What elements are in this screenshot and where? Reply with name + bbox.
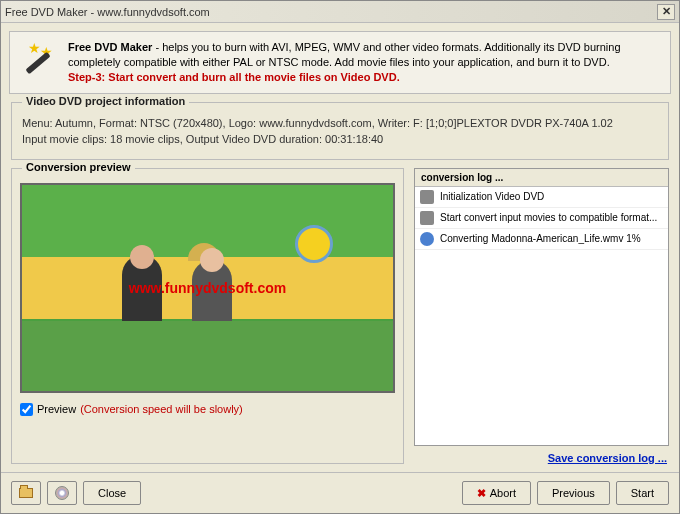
header-panel: ★ ★ Free DVD Maker - helps you to burn w…: [9, 31, 671, 94]
log-item: Start convert input movies to compatible…: [415, 208, 668, 229]
log-info-icon: [420, 211, 434, 225]
log-header: conversion log ...: [415, 169, 668, 187]
titlebar: Free DVD Maker - www.funnydvdsoft.com ✕: [1, 1, 679, 23]
log-progress-icon: [420, 232, 434, 246]
log-text: Converting Madonna-American_Life.wmv 1%: [440, 233, 641, 244]
project-info-legend: Video DVD project information: [22, 95, 189, 107]
preview-checkbox-row: Preview (Conversion speed will be slowly…: [20, 403, 395, 416]
previous-button[interactable]: Previous: [537, 481, 610, 505]
preview-legend: Conversion preview: [22, 161, 135, 173]
app-name: Free DVD Maker: [68, 41, 152, 53]
save-log-link[interactable]: Save conversion log ...: [548, 452, 667, 464]
log-info-icon: [420, 190, 434, 204]
conversion-log: conversion log ... Initialization Video …: [414, 168, 669, 446]
project-info-group: Video DVD project information Menu: Autu…: [11, 102, 669, 160]
abort-label: Abort: [490, 487, 516, 499]
app-window: Free DVD Maker - www.funnydvdsoft.com ✕ …: [0, 0, 680, 514]
window-title: Free DVD Maker - www.funnydvdsoft.com: [5, 6, 657, 18]
preview-column: Conversion preview www.funnydvdsoft.com …: [11, 168, 404, 464]
log-text: Initialization Video DVD: [440, 191, 544, 202]
video-preview: www.funnydvdsoft.com: [20, 183, 395, 393]
log-column: conversion log ... Initialization Video …: [414, 168, 669, 464]
start-button[interactable]: Start: [616, 481, 669, 505]
save-log-row: Save conversion log ...: [414, 446, 669, 464]
preview-checkbox-note: (Conversion speed will be slowly): [80, 403, 243, 415]
dvd-icon: [55, 486, 69, 500]
window-close-button[interactable]: ✕: [657, 4, 675, 20]
wizard-wand-icon: ★ ★: [18, 40, 58, 80]
open-folder-button[interactable]: [11, 481, 41, 505]
log-item: Converting Madonna-American_Life.wmv 1%: [415, 229, 668, 250]
project-info-line1: Menu: Autumn, Format: NTSC (720x480), Lo…: [22, 117, 658, 129]
preview-checkbox[interactable]: [20, 403, 33, 416]
header-text: Free DVD Maker - helps you to burn with …: [68, 40, 662, 85]
preview-group: Conversion preview www.funnydvdsoft.com …: [11, 168, 404, 464]
project-info-line2: Input movie clips: 18 movie clips, Outpu…: [22, 133, 658, 145]
abort-icon: ✖: [477, 487, 486, 500]
folder-icon: [19, 488, 33, 498]
log-item: Initialization Video DVD: [415, 187, 668, 208]
footer-toolbar: Close ✖ Abort Previous Start: [1, 472, 679, 513]
log-text: Start convert input movies to compatible…: [440, 212, 657, 223]
step-label: Step-3: Start convert and burn all the m…: [68, 70, 662, 85]
dvd-button[interactable]: [47, 481, 77, 505]
close-button[interactable]: Close: [83, 481, 141, 505]
abort-button[interactable]: ✖ Abort: [462, 481, 531, 505]
middle-area: Conversion preview www.funnydvdsoft.com …: [11, 168, 669, 464]
preview-checkbox-label: Preview: [37, 403, 76, 415]
video-watermark: www.funnydvdsoft.com: [129, 280, 286, 296]
